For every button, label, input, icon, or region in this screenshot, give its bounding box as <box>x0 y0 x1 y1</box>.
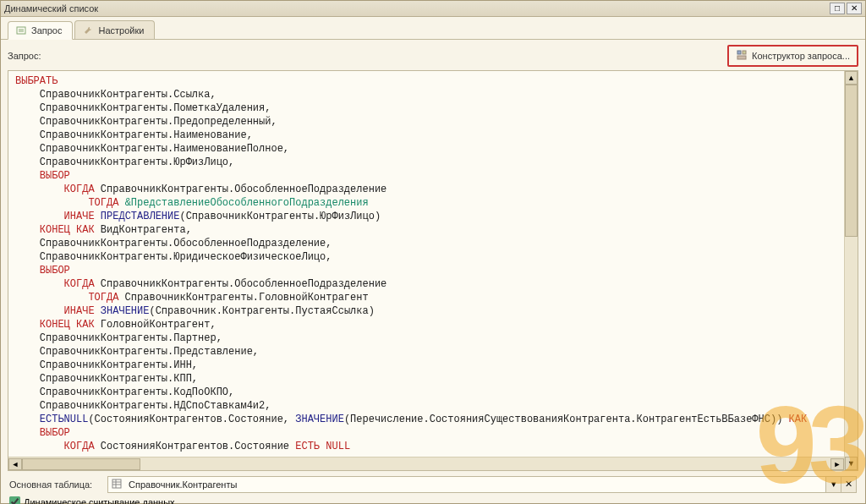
scroll-up-arrow[interactable]: ▲ <box>845 71 858 85</box>
main-table-combo[interactable]: Справочник.Контрагенты ▾ ✕ <box>107 476 857 493</box>
main-table-value: Справочник.Контрагенты <box>125 479 825 490</box>
tab-strip: Запрос Настройки <box>1 17 865 40</box>
tab-query-label: Запрос <box>31 25 62 36</box>
vscroll-thumb[interactable] <box>845 85 858 237</box>
svg-rect-0 <box>17 27 25 34</box>
dynamic-read-checkbox[interactable] <box>9 496 20 504</box>
tab-query[interactable]: Запрос <box>8 21 73 40</box>
vertical-scrollbar[interactable]: ▲ ▼ <box>844 71 858 470</box>
table-icon <box>108 479 125 490</box>
combo-dropdown-button[interactable]: ▾ <box>825 477 841 492</box>
query-constructor-button[interactable]: Конструктор запроса... <box>727 45 858 67</box>
constructor-icon <box>736 49 748 63</box>
title-bar: Динамический список □ ✕ <box>1 1 865 17</box>
svg-rect-4 <box>743 51 746 54</box>
combo-clear-button[interactable]: ✕ <box>841 477 856 492</box>
window-title: Динамический список <box>4 3 830 14</box>
svg-rect-5 <box>737 56 746 59</box>
dynamic-read-label[interactable]: ДДинамическое считывание данныхинамическ… <box>24 497 175 505</box>
query-icon <box>15 25 27 36</box>
wrench-icon <box>82 25 94 36</box>
svg-rect-3 <box>737 51 741 54</box>
tab-settings[interactable]: Настройки <box>74 20 155 39</box>
main-table-label: Основная таблица: <box>9 479 102 490</box>
query-label: Запрос: <box>8 51 41 61</box>
scroll-right-arrow[interactable]: ► <box>830 458 844 470</box>
query-constructor-label: Конструктор запроса... <box>752 51 850 61</box>
scroll-down-arrow[interactable]: ▼ <box>845 457 858 470</box>
tab-settings-label: Настройки <box>98 25 144 36</box>
maximize-button[interactable]: □ <box>830 3 845 14</box>
hscroll-thumb[interactable] <box>22 458 140 470</box>
close-button[interactable]: ✕ <box>847 3 862 14</box>
query-editor[interactable]: ВЫБРАТЬ СправочникКонтрагенты.Ссылка, Сп… <box>8 71 844 457</box>
svg-rect-6 <box>112 479 121 488</box>
horizontal-scrollbar[interactable]: ◄ ► <box>8 457 844 470</box>
scroll-left-arrow[interactable]: ◄ <box>8 458 22 470</box>
